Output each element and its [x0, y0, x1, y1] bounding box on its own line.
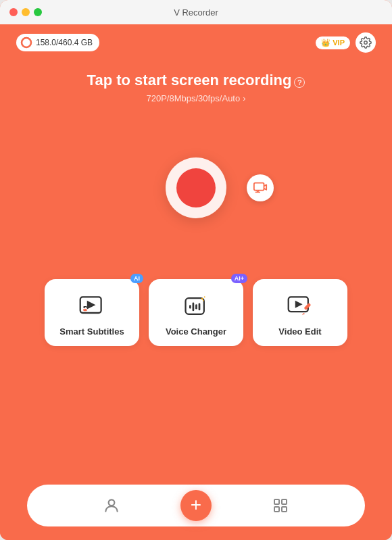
- screen-record-shortcut[interactable]: [247, 174, 274, 201]
- voice-changer-icon: [182, 293, 210, 320]
- svg-marker-6: [87, 301, 96, 310]
- video-edit-card[interactable]: Video Edit: [253, 279, 347, 346]
- video-edit-label: Video Edit: [278, 326, 321, 337]
- add-recording-button[interactable]: +: [180, 490, 212, 521]
- svg-rect-11: [189, 305, 191, 308]
- voice-changer-card[interactable]: AI+ Voice Changer: [149, 279, 243, 346]
- svg-rect-24: [282, 499, 287, 504]
- maximize-button[interactable]: [34, 8, 42, 16]
- window-title: V Recorder: [174, 7, 218, 18]
- storage-badge[interactable]: 158.0/460.4 GB: [16, 34, 99, 51]
- minimize-button[interactable]: [22, 8, 30, 16]
- svg-rect-26: [282, 507, 287, 512]
- storage-icon: [20, 36, 32, 49]
- top-right-icons: 👑 VIP: [316, 32, 376, 53]
- svg-point-16: [204, 296, 205, 297]
- profile-nav-button[interactable]: [95, 489, 128, 522]
- smart-subtitles-icon: A: [78, 293, 105, 320]
- smart-subtitles-label: Smart Subtitles: [59, 326, 124, 337]
- bottom-nav: +: [27, 485, 365, 526]
- title-bar: V Recorder: [0, 0, 392, 24]
- gear-icon: [360, 36, 372, 49]
- voice-changer-label: Voice Changer: [166, 326, 226, 337]
- svg-rect-3: [254, 183, 264, 191]
- traffic-lights: [9, 8, 42, 16]
- record-section: [166, 157, 226, 218]
- record-inner-dot: [176, 168, 216, 207]
- svg-marker-19: [295, 301, 303, 308]
- grid-icon: [272, 497, 289, 514]
- svg-point-22: [109, 499, 115, 506]
- floating-action: [247, 174, 274, 201]
- hero-section: Tap to start screen recording? 720P/8Mbp…: [87, 72, 305, 103]
- quality-settings[interactable]: 720P/8Mbps/30fps/Auto ›: [146, 93, 245, 103]
- svg-rect-13: [195, 304, 197, 309]
- svg-rect-23: [274, 499, 279, 504]
- feature-cards: AI A Smart Subtitles AI+: [14, 279, 378, 346]
- help-icon[interactable]: ?: [294, 77, 305, 88]
- settings-button[interactable]: [356, 32, 376, 53]
- svg-point-15: [201, 298, 203, 300]
- video-edit-icon: [287, 293, 314, 320]
- app-window: V Recorder 158.0/460.4 GB 👑 VIP: [0, 0, 392, 540]
- bottom-bar: +: [14, 485, 378, 540]
- main-content: 158.0/460.4 GB 👑 VIP Tap to start screen…: [0, 24, 392, 540]
- crown-icon: 👑: [321, 39, 330, 47]
- svg-rect-12: [193, 303, 195, 312]
- svg-rect-25: [274, 507, 279, 512]
- svg-rect-14: [199, 303, 201, 310]
- storage-text: 158.0/460.4 GB: [36, 38, 93, 47]
- svg-marker-21: [302, 313, 305, 315]
- svg-rect-10: [186, 298, 204, 314]
- svg-point-2: [364, 41, 368, 45]
- ai-badge-subtitles: AI: [130, 274, 143, 283]
- close-button[interactable]: [9, 8, 18, 16]
- record-button[interactable]: [166, 157, 226, 218]
- top-bar: 158.0/460.4 GB 👑 VIP: [14, 24, 378, 58]
- svg-point-17: [203, 300, 204, 301]
- plus-label: +: [191, 495, 201, 514]
- smart-subtitles-card[interactable]: AI A Smart Subtitles: [45, 279, 139, 346]
- person-icon: [103, 497, 120, 514]
- record-shortcut-icon: [253, 180, 268, 195]
- vip-label: VIP: [333, 39, 345, 47]
- svg-point-1: [22, 38, 31, 47]
- hero-title: Tap to start screen recording?: [87, 72, 305, 89]
- ai-badge-voice: AI+: [231, 274, 247, 283]
- library-nav-button[interactable]: [264, 489, 297, 522]
- vip-badge[interactable]: 👑 VIP: [316, 36, 350, 49]
